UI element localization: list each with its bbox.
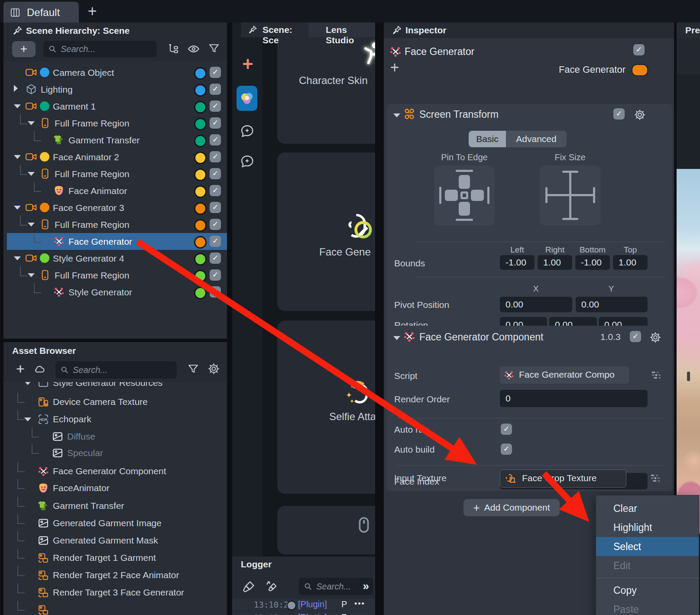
chevron-right-icon[interactable] (14, 85, 18, 92)
gear-icon[interactable] (633, 108, 646, 121)
visibility-checkbox[interactable] (210, 252, 221, 264)
menu-item-clear[interactable]: Clear (596, 499, 699, 518)
chevron-down-icon[interactable] (28, 121, 35, 125)
card-selfie-attachment[interactable]: Selfie Attach (277, 320, 375, 494)
filter-icon[interactable] (208, 42, 220, 55)
asset-row-generated-garment-image[interactable]: Generated Garment Image (7, 515, 227, 532)
add-button[interactable]: + (238, 55, 257, 74)
layer-color-dot[interactable] (194, 219, 207, 232)
auto-run-checkbox[interactable] (501, 424, 512, 435)
bounds-left-field[interactable]: -1.00 (500, 255, 535, 270)
tree-row-garment-1[interactable]: Garment 1 (7, 98, 227, 115)
pin-icon[interactable] (12, 25, 23, 36)
search-input[interactable] (55, 361, 177, 379)
chevron-down-icon[interactable] (14, 206, 21, 210)
visibility-checkbox[interactable] (210, 168, 221, 179)
tree-row-style-generator[interactable]: Style Generator (7, 284, 227, 301)
layer-color-dot[interactable] (194, 185, 207, 198)
fix-size-widget[interactable] (540, 165, 600, 225)
layer-color-dot[interactable] (194, 270, 207, 282)
asset-row-render-target-2-face-animator[interactable]: Render Target 2 Face Animator (7, 566, 227, 584)
visibility-checkbox[interactable] (210, 219, 221, 230)
chevron-down-icon[interactable] (28, 273, 35, 277)
chevron-down-icon[interactable] (393, 113, 400, 117)
layer-color-dot[interactable] (194, 287, 207, 299)
asset-row-diffuse[interactable]: Diffuse (7, 428, 227, 445)
tree-row-style-generator-4[interactable]: Style Generator 4 (7, 250, 227, 267)
asset-row-echopark[interactable]: HDR Echopark (7, 411, 227, 428)
visibility-checkbox[interactable] (210, 67, 221, 78)
visibility-checkbox[interactable] (210, 269, 221, 281)
gear-icon[interactable] (207, 362, 220, 375)
auto-build-checkbox[interactable] (501, 443, 512, 455)
node-graph-icon[interactable] (649, 472, 662, 484)
tree-row-full-frame-region[interactable]: Full Frame Region (7, 267, 227, 284)
tree-row-camera-object[interactable]: Camera Object (7, 64, 227, 81)
chevron-down-icon[interactable] (393, 336, 400, 340)
input-texture-field[interactable]: Face Crop Texture (500, 469, 626, 488)
pivot-y-field[interactable]: 0.00 (576, 297, 648, 312)
layer-color-pill[interactable] (632, 64, 648, 76)
tree-row-face-animator-2[interactable]: Face Animator 2 (7, 149, 227, 165)
bounds-right-field[interactable]: 1.00 (538, 255, 572, 270)
log-entry[interactable]: 13:10:20 [Plugin] P ••• (232, 599, 375, 611)
layer-color-dot[interactable] (194, 101, 207, 113)
search-input[interactable] (43, 41, 157, 57)
chevron-down-icon[interactable] (28, 172, 35, 176)
cloud-icon[interactable] (32, 363, 47, 375)
component-enabled-checkbox[interactable] (630, 331, 641, 342)
filter-icon[interactable] (187, 363, 199, 375)
visibility-checkbox[interactable] (210, 84, 221, 95)
visibility-checkbox[interactable] (210, 151, 221, 162)
layer-color-dot[interactable] (194, 152, 207, 164)
tree-row-full-frame-region[interactable]: Full Frame Region (7, 216, 227, 233)
tree-row-full-frame-region[interactable]: Full Frame Region (7, 165, 227, 182)
chevron-down-icon[interactable] (14, 256, 21, 260)
pin-to-edge-widget[interactable] (434, 165, 495, 225)
menu-item-select[interactable]: Select (596, 537, 699, 556)
tab-basic[interactable]: Basic (469, 131, 506, 147)
add-component-button[interactable]: +Add Component (463, 499, 560, 516)
pin-icon[interactable] (392, 25, 402, 36)
visibility-checkbox[interactable] (210, 202, 221, 213)
entity-enabled-checkbox[interactable] (633, 44, 645, 55)
clear-log-icon[interactable] (242, 579, 256, 594)
component-enabled-checkbox[interactable] (613, 108, 625, 120)
log-more[interactable]: ••• (354, 599, 365, 609)
visibility-checkbox[interactable] (210, 236, 221, 247)
add-workspace-button[interactable]: + (85, 3, 100, 19)
ai-chat-icon[interactable] (239, 123, 255, 139)
tree-row-full-frame-region[interactable]: Full Frame Region (7, 115, 227, 132)
menu-item-highlight[interactable]: Highlight (596, 518, 699, 537)
layer-color-dot[interactable] (194, 202, 207, 215)
chevron-down-icon[interactable] (14, 155, 21, 159)
asset-row-faceanimator[interactable]: FaceAnimator (7, 479, 227, 497)
asset-row-render-target-3-face-generator[interactable]: Render Target 3 Face Generator (7, 584, 227, 601)
asset-row-render-target-1-garment[interactable]: Render Target 1 Garment (7, 549, 227, 566)
clear-on-rebuild-icon[interactable] (264, 579, 280, 594)
visibility-checkbox[interactable] (210, 117, 221, 129)
card-face-generator[interactable]: Face Gene (277, 152, 375, 311)
visibility-checkbox[interactable] (210, 185, 221, 196)
add-asset-button[interactable]: + (13, 360, 28, 377)
asset-row-face-generator-component[interactable]: Face Generator Component (7, 463, 227, 480)
add-component-plus[interactable]: + (387, 60, 402, 75)
genai-suite-button-active[interactable] (237, 86, 257, 111)
chevron-down-icon[interactable] (14, 104, 21, 108)
add-object-button[interactable]: + (12, 41, 36, 57)
render-order-field[interactable]: 0 (500, 390, 648, 407)
tab-advanced[interactable]: Advanced (506, 131, 567, 147)
tab-lens-studio[interactable]: Lens Studio (308, 23, 375, 37)
tree-row-face-animator[interactable]: Face Animator (7, 182, 227, 199)
workspace-tab-default[interactable]: Default (3, 2, 79, 23)
node-graph-icon[interactable] (650, 369, 663, 381)
tree-row-face-generator-selected[interactable]: Face Generator (7, 233, 227, 250)
layer-color-dot[interactable] (194, 118, 207, 130)
asset-row-partial[interactable] (7, 601, 227, 615)
chevron-down-icon[interactable] (24, 418, 31, 421)
menu-item-copy[interactable]: Copy (596, 581, 699, 600)
bounds-bottom-field[interactable]: -1.00 (575, 255, 610, 270)
asset-row-generated-garment-mask[interactable]: Generated Garment Mask (7, 532, 227, 549)
visibility-checkbox[interactable] (210, 100, 221, 112)
tree-row-face-generator-3[interactable]: Face Generator 3 (7, 199, 227, 216)
